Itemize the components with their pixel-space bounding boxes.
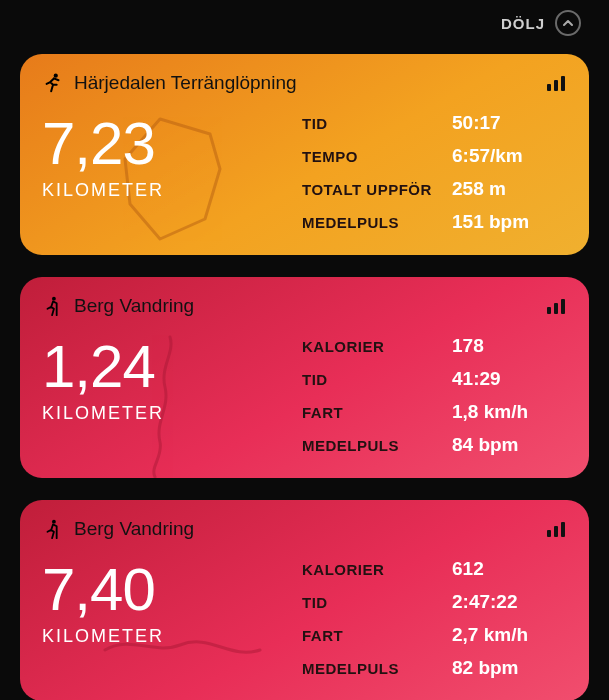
metric-label: MEDELPULS xyxy=(302,214,452,231)
metric-value: 2:47:22 xyxy=(452,591,567,613)
card-body: 1,24 KILOMETER KALORIER 178 TID 41:29 FA… xyxy=(42,331,567,456)
metric-value: 41:29 xyxy=(452,368,567,390)
running-icon xyxy=(42,72,64,94)
stats-icon[interactable] xyxy=(547,298,567,314)
workout-card[interactable]: Berg Vandring 1,24 KILOMETER KALORIER 17… xyxy=(20,277,589,478)
svg-point-2 xyxy=(52,520,56,524)
metric-value: 612 xyxy=(452,558,567,580)
workout-title: Berg Vandring xyxy=(74,518,194,540)
distance-unit: KILOMETER xyxy=(42,626,302,647)
metric-value: 84 bpm xyxy=(452,434,567,456)
card-header: Berg Vandring xyxy=(42,295,567,317)
stats-icon[interactable] xyxy=(547,75,567,91)
distance-value: 7,23 xyxy=(42,114,302,174)
metric-label: TEMPO xyxy=(302,148,452,165)
hide-label[interactable]: DÖLJ xyxy=(501,15,545,32)
metric-label: KALORIER xyxy=(302,338,452,355)
card-header: Berg Vandring xyxy=(42,518,567,540)
card-body: 7,40 KILOMETER KALORIER 612 TID 2:47:22 … xyxy=(42,554,567,679)
workout-card[interactable]: Berg Vandring 7,40 KILOMETER KALORIER 61… xyxy=(20,500,589,700)
workout-title: Berg Vandring xyxy=(74,295,194,317)
distance-block: 1,24 KILOMETER xyxy=(42,331,302,424)
hiking-icon xyxy=(42,295,64,317)
metric-label: MEDELPULS xyxy=(302,660,452,677)
metric-label: TID xyxy=(302,115,452,132)
distance-block: 7,40 KILOMETER xyxy=(42,554,302,647)
list-header: DÖLJ xyxy=(20,0,589,54)
metric-value: 151 bpm xyxy=(452,211,567,233)
metric-label: FART xyxy=(302,404,452,421)
card-header: Härjedalen Terränglöpning xyxy=(42,72,567,94)
metrics-grid: TID 50:17 TEMPO 6:57/km TOTALT UPPFÖR 25… xyxy=(302,108,567,233)
metric-value: 50:17 xyxy=(452,112,567,134)
metric-value: 2,7 km/h xyxy=(452,624,567,646)
metric-label: MEDELPULS xyxy=(302,437,452,454)
metric-label: TID xyxy=(302,371,452,388)
workout-card[interactable]: Härjedalen Terränglöpning 7,23 KILOMETER… xyxy=(20,54,589,255)
metric-label: TOTALT UPPFÖR xyxy=(302,181,452,198)
distance-unit: KILOMETER xyxy=(42,180,302,201)
hiking-icon xyxy=(42,518,64,540)
metrics-grid: KALORIER 178 TID 41:29 FART 1,8 km/h MED… xyxy=(302,331,567,456)
svg-point-0 xyxy=(54,74,58,78)
chevron-up-icon xyxy=(562,17,574,29)
metric-value: 178 xyxy=(452,335,567,357)
distance-block: 7,23 KILOMETER xyxy=(42,108,302,201)
metric-value: 6:57/km xyxy=(452,145,567,167)
stats-icon[interactable] xyxy=(547,521,567,537)
metric-label: FART xyxy=(302,627,452,644)
metric-value: 1,8 km/h xyxy=(452,401,567,423)
collapse-button[interactable] xyxy=(555,10,581,36)
metric-label: KALORIER xyxy=(302,561,452,578)
distance-value: 1,24 xyxy=(42,337,302,397)
distance-unit: KILOMETER xyxy=(42,403,302,424)
metric-value: 258 m xyxy=(452,178,567,200)
distance-value: 7,40 xyxy=(42,560,302,620)
metric-value: 82 bpm xyxy=(452,657,567,679)
metric-label: TID xyxy=(302,594,452,611)
metrics-grid: KALORIER 612 TID 2:47:22 FART 2,7 km/h M… xyxy=(302,554,567,679)
card-body: 7,23 KILOMETER TID 50:17 TEMPO 6:57/km T… xyxy=(42,108,567,233)
workout-title: Härjedalen Terränglöpning xyxy=(74,72,297,94)
svg-point-1 xyxy=(52,297,56,301)
